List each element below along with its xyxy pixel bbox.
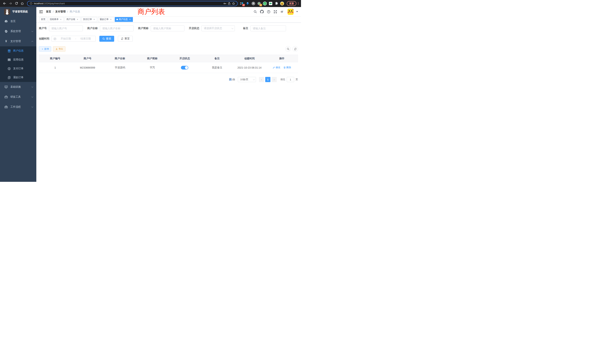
browser-forward-button[interactable] — [8, 1, 13, 6]
tab-label: 商户信息 — [119, 18, 128, 21]
page-number-1[interactable]: 1 — [265, 77, 270, 82]
goto-page-input[interactable] — [287, 77, 294, 82]
tab-merchant-info[interactable]: 商户信息 × — [115, 17, 133, 22]
site-info-icon[interactable] — [30, 2, 32, 5]
merchant-no-input[interactable] — [49, 25, 83, 31]
avatar-caret-icon[interactable] — [296, 11, 298, 12]
remark-input[interactable] — [250, 25, 286, 31]
sidebar-item-merchant-info[interactable]: 商户信息 — [0, 46, 36, 55]
filter-row-1: 商户号 商户全称 商户简称 开启状态 请选择开启状态 — [39, 25, 298, 31]
breadcrumb-home[interactable]: 首页 — [46, 10, 51, 13]
sidebar-item-home[interactable]: 首页 — [0, 16, 36, 26]
url-bar[interactable]: localhost:1024/pay/merchant — [27, 1, 238, 6]
trash-icon — [283, 66, 286, 69]
user-avatar[interactable] — [288, 9, 294, 15]
status-toggle[interactable] — [181, 66, 188, 69]
toggle-search-button[interactable] — [285, 46, 291, 52]
password-key-icon[interactable] — [223, 2, 226, 5]
status-select[interactable]: 请选择开启状态 — [202, 25, 235, 31]
sidebar-item-label: 工作流程 — [10, 105, 21, 109]
prev-page-button[interactable]: ‹ — [259, 77, 264, 82]
navbar-actions: tT — [253, 9, 298, 15]
start-date-placeholder: 开始日期 — [58, 37, 74, 40]
cell-status — [169, 62, 201, 73]
extensions-puzzle-button[interactable] — [274, 1, 278, 6]
plus-icon: ＋ — [41, 47, 43, 51]
sidebar-item-dev-tools[interactable]: 研发工具 — [0, 92, 36, 102]
cell-create-time: 2021-10-23 08:31:14 — [233, 62, 266, 73]
breadcrumb-current: 商户信息 — [70, 10, 80, 13]
extension-blocker[interactable]: 10 — [240, 1, 244, 6]
export-button[interactable]: 导出 — [53, 46, 65, 52]
full-name-input[interactable] — [100, 25, 134, 31]
pay-submenu: 商户信息 应用信息 支付订单 — [0, 46, 36, 82]
sidebar-item-infra[interactable]: 基础设施 — [0, 82, 36, 92]
page-size-select[interactable]: 10条/页 — [238, 77, 256, 82]
extension-y[interactable]: y — [263, 1, 267, 6]
sidebar-item-workflow[interactable]: 工作流程 — [0, 102, 36, 112]
filter-full-name: 商户全称 — [87, 25, 134, 31]
tab-process-form[interactable]: 流程表单 × — [48, 17, 64, 22]
sidebar-toggle-button[interactable] — [39, 10, 43, 13]
close-icon[interactable]: × — [129, 18, 131, 21]
total-rest: 1条 — [232, 78, 235, 81]
tab-home[interactable]: 首页 — [39, 17, 47, 22]
refresh-table-button[interactable] — [292, 46, 298, 52]
tab-pay-order[interactable]: 支付订单 × — [81, 17, 97, 22]
chevron-down-icon — [32, 106, 33, 108]
reset-button[interactable]: 重置 — [118, 36, 133, 42]
delete-link[interactable]: 删除 — [283, 66, 291, 69]
edit-link[interactable]: 修改 — [273, 66, 280, 69]
search-button[interactable]: 搜索 — [99, 36, 114, 42]
add-button[interactable]: ＋ 新增 — [39, 46, 51, 52]
sidebar-item-app-info[interactable]: 应用信息 — [0, 55, 36, 64]
extension-chat[interactable] — [269, 1, 273, 6]
close-icon[interactable]: × — [109, 18, 112, 21]
tab-refund-order[interactable]: 退款订单 × — [98, 17, 114, 22]
chevron-down-icon — [32, 96, 33, 98]
browser-reload-button[interactable] — [14, 1, 19, 6]
help-button[interactable] — [266, 10, 271, 14]
font-size-button[interactable]: tT — [280, 10, 284, 14]
extension-proxy[interactable]: 1 — [257, 1, 261, 6]
sidebar-logo[interactable]: 芋道管理系统 — [0, 7, 36, 16]
svg-text:y: y — [264, 2, 266, 5]
close-icon[interactable]: × — [93, 18, 96, 21]
profile-emoji[interactable] — [280, 1, 284, 6]
browser-home-button[interactable] — [20, 1, 25, 6]
browser-back-button[interactable] — [2, 1, 7, 6]
url-text[interactable]: localhost:1024/pay/merchant — [34, 2, 65, 5]
edit-label: 修改 — [276, 66, 280, 69]
extension-command[interactable]: ⌘ — [251, 1, 255, 6]
short-name-input[interactable] — [151, 25, 184, 31]
close-icon[interactable]: × — [76, 18, 79, 21]
briefcase-icon — [4, 105, 8, 109]
toggle-knob — [185, 66, 188, 69]
sidebar-item-pay-order[interactable]: 支付订单 — [0, 64, 36, 73]
share-icon[interactable] — [228, 2, 231, 5]
refresh-icon — [121, 37, 123, 40]
breadcrumb-section[interactable]: 支付管理 — [55, 10, 66, 13]
bookmark-star-icon[interactable] — [232, 2, 235, 5]
goto-label: 前往 — [280, 78, 285, 81]
update-button[interactable]: 更新 — [287, 1, 296, 6]
sidebar-item-label: 支付订单 — [13, 67, 23, 70]
extension-gem[interactable] — [246, 1, 250, 6]
breadcrumb-separator: / — [67, 10, 68, 13]
date-separator: - — [75, 37, 76, 40]
github-link[interactable] — [260, 10, 264, 14]
sidebar-item-system[interactable]: 系统管理 — [0, 26, 36, 36]
field-label: 商户号 — [39, 27, 47, 30]
next-page-button[interactable]: › — [271, 77, 277, 82]
sidebar-item-refund-order[interactable]: 退款订单 — [0, 73, 36, 82]
sidebar-item-label: 首页 — [10, 20, 16, 23]
fullscreen-button[interactable] — [273, 10, 278, 14]
date-range-picker[interactable]: 开始日期 - 结束日期 — [52, 36, 96, 42]
sidebar: 芋道管理系统 首页 系统管理 ¥ 支付管理 — [0, 7, 36, 182]
header-search-button[interactable] — [253, 10, 258, 14]
tab-user-group[interactable]: 用户分组 × — [65, 17, 80, 22]
app-title: 芋道管理系统 — [12, 10, 28, 13]
browser-menu-icon[interactable] — [298, 2, 299, 5]
sidebar-item-pay[interactable]: ¥ 支付管理 — [0, 36, 36, 46]
close-icon[interactable]: × — [60, 18, 62, 21]
